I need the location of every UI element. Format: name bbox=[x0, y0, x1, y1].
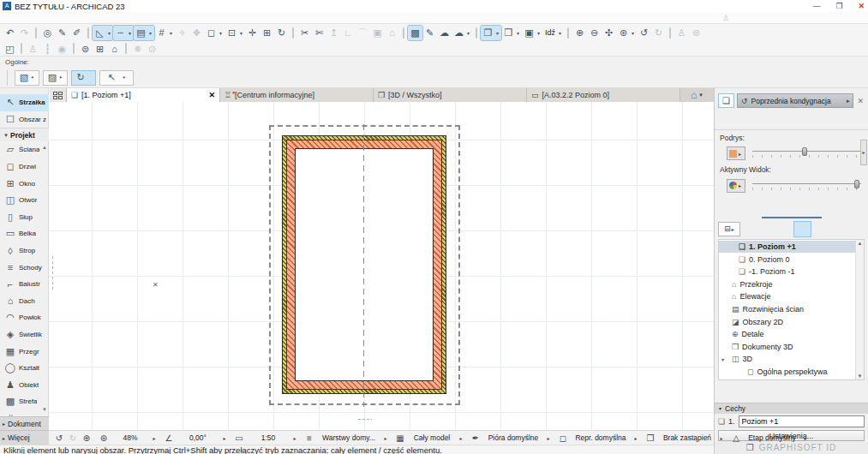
podrys-opacity-slider[interactable] bbox=[752, 147, 861, 159]
snap-points-icon[interactable]: ▤ ▾ bbox=[134, 26, 154, 40]
tree-item-detale[interactable]: ⊕ Detale bbox=[719, 328, 855, 341]
tree-item-dokumenty-3d[interactable]: ❒ Dokumenty 3D bbox=[719, 340, 855, 353]
intersect-icon[interactable]: ∟ bbox=[341, 26, 356, 40]
marquee-previous-button[interactable]: ▨ ‣ bbox=[43, 70, 68, 86]
stretch-icon[interactable]: ▣ bbox=[370, 26, 385, 40]
active-view-color-button[interactable]: ▸ bbox=[727, 179, 745, 193]
story-name-input[interactable] bbox=[739, 415, 865, 427]
virtual-trace-icon[interactable]: ⊜ bbox=[78, 41, 93, 56]
zoom-out-icon[interactable]: ⊖ bbox=[587, 26, 602, 40]
walk-icon[interactable]: ♙ bbox=[674, 26, 689, 40]
walk-mode-icon[interactable]: ♙ bbox=[26, 41, 40, 56]
tool-strop[interactable]: ◊ Strop bbox=[0, 242, 49, 260]
tab-centrum-informacyjne[interactable]: ♖ ● [Centrum informacyjne] bbox=[220, 88, 374, 102]
expander-icon[interactable]: ▾ bbox=[719, 356, 727, 362]
wall-rectangle[interactable] bbox=[282, 135, 446, 394]
representation-value[interactable]: Repr. domyślna ▸ bbox=[570, 432, 640, 445]
renovation-icon[interactable]: △ bbox=[729, 432, 743, 445]
orbit-icon[interactable]: ⊚ bbox=[689, 26, 703, 40]
select-previous-button[interactable]: ▧ ‣ bbox=[15, 70, 39, 86]
zoom-level-value[interactable]: 48% ▸ bbox=[111, 432, 159, 445]
trim-icon[interactable]: ✂ bbox=[297, 26, 312, 40]
reference-dropdown[interactable]: ↺ Poprzednia kondygnacja ▸ bbox=[737, 93, 853, 108]
section-projekt[interactable]: ▾ Projekt bbox=[0, 128, 49, 141]
model-view-icon[interactable]: ▦ bbox=[393, 432, 407, 445]
scale-icon[interactable]: ▭ bbox=[232, 432, 246, 445]
tool-schody[interactable]: ≡ Schody bbox=[0, 259, 49, 276]
active-view-opacity-slider[interactable] bbox=[752, 180, 861, 192]
organizer-window-icon[interactable]: ❒ ▾ bbox=[501, 26, 522, 40]
tab-a0322-poziom-0[interactable]: ▭ [A.03.2.2 Poziom 0] bbox=[527, 88, 680, 102]
tab-poziom-plus-1[interactable]: ❏ [1. Poziom +1] ✕ bbox=[67, 88, 220, 102]
tree-scrollbar[interactable]: ▲ ▼ bbox=[855, 240, 864, 379]
tree-item-elewacje[interactable]: ⌂ Elewacje bbox=[719, 290, 855, 303]
tab-3d-wszystko[interactable]: ❒ [3D / Wszystko] bbox=[374, 88, 527, 102]
tool-strzalka[interactable]: ↖ Strzałka bbox=[0, 94, 49, 111]
marquee-frame-icon[interactable]: ◻ ▾ bbox=[204, 26, 224, 40]
tree-item-story-0[interactable]: ❏ 0. Poziom 0 bbox=[719, 253, 855, 266]
home-view-button[interactable]: ⌂ ▾ bbox=[687, 88, 706, 102]
view-map-icon[interactable] bbox=[812, 222, 829, 236]
tool-slup[interactable]: ▯ Słup bbox=[0, 209, 49, 226]
tree-item-story-minus-1[interactable]: ❏ -1. Poziom -1 bbox=[719, 266, 855, 278]
tool-balustrada[interactable]: ⌐ Balustr bbox=[0, 276, 49, 293]
find-select-icon[interactable]: ◎ bbox=[40, 26, 55, 40]
tree-item-ogolna-aksonometria[interactable]: ◇ Ogólna aksonometria bbox=[719, 378, 855, 380]
pan-icon[interactable]: ✣ bbox=[602, 26, 616, 40]
tree-item-ogolna-perspektywa[interactable]: ◻ Ogólna perspektywa bbox=[719, 366, 855, 379]
slider-thumb[interactable] bbox=[802, 147, 807, 156]
drawing-canvas[interactable]: ✕ bbox=[49, 102, 714, 430]
close-button[interactable]: ✕ bbox=[858, 2, 865, 10]
tool-okno[interactable]: ⊞ Okno bbox=[0, 175, 49, 192]
favorites-icon[interactable]: ✵ bbox=[130, 41, 145, 56]
fit-in-window-icon[interactable]: ⊛ ▾ bbox=[616, 26, 637, 40]
undo-icon[interactable]: ↶ bbox=[3, 26, 17, 40]
pens-value[interactable]: Pióra domyślne ▸ bbox=[482, 432, 553, 445]
panel-expand-button[interactable]: ▸ bbox=[860, 140, 867, 165]
fillet-icon[interactable]: ⌒ bbox=[356, 26, 370, 40]
pane-splitter[interactable] bbox=[762, 217, 822, 218]
layers-icon[interactable]: ≡ bbox=[302, 432, 316, 445]
preview-window-icon[interactable]: ▣ ▾ bbox=[522, 26, 542, 40]
redo-icon[interactable]: ↷ bbox=[17, 26, 32, 40]
overrides-icon[interactable]: ❐ bbox=[644, 432, 657, 445]
previous-view-icon[interactable]: ↺ bbox=[637, 26, 651, 40]
orientation-value[interactable]: 0,00° ▸ bbox=[176, 432, 229, 445]
cloud-home-icon[interactable]: ☁ bbox=[437, 26, 452, 40]
arrow-select-icon[interactable]: ◰ bbox=[3, 41, 17, 56]
scale-value[interactable]: 1:50 ▸ bbox=[246, 432, 299, 445]
camera-home-icon[interactable]: ⌂ bbox=[107, 41, 122, 56]
tool-otwor[interactable]: ◫ Otwór bbox=[0, 192, 49, 209]
cloud-sync-icon[interactable]: ☁ ▾ bbox=[452, 26, 472, 40]
publisher-icon[interactable] bbox=[848, 222, 865, 236]
view-back-icon[interactable]: ↺ bbox=[52, 432, 66, 445]
project-map-icon[interactable] bbox=[794, 222, 811, 236]
renovation-value[interactable]: Etap domyślny ▸ bbox=[743, 432, 810, 445]
tree-item-rozwiniecia[interactable]: ▤ Rozwinięcia ścian bbox=[719, 303, 855, 316]
adjust-icon[interactable]: ↥ bbox=[326, 26, 341, 40]
tab-close-icon[interactable]: ✕ bbox=[208, 91, 215, 99]
toolbox-scroll-down-icon[interactable]: ▼ bbox=[42, 407, 47, 412]
snap-guides-icon[interactable]: ┄ ▾ bbox=[113, 26, 134, 40]
polygon-edit-icon[interactable]: ⌂ bbox=[385, 26, 399, 40]
panel-close-icon[interactable]: ✕ bbox=[856, 97, 865, 105]
arrow-default-button[interactable]: ↖ ‣ bbox=[99, 70, 134, 86]
area-highlight-icon[interactable]: ▩ bbox=[408, 26, 422, 40]
project-chooser-button[interactable]: ⊟ ▸ bbox=[718, 222, 740, 236]
tool-belka[interactable]: ▭ Belka bbox=[0, 225, 49, 242]
tree-item-przekroje[interactable]: ⌂ Przekroje bbox=[719, 278, 855, 290]
editing-plane-icon[interactable]: ❖ bbox=[189, 26, 204, 40]
gravity-icon[interactable]: ✧ bbox=[175, 26, 189, 40]
visibility-icon[interactable]: ⊙ bbox=[145, 41, 159, 56]
scroll-down-icon[interactable]: ▼ bbox=[858, 373, 863, 379]
grid-snap-icon[interactable]: # ▾ bbox=[154, 26, 175, 40]
zoom-increase-icon[interactable]: ⊕ bbox=[80, 432, 93, 445]
toolbox-scroll-up-icon[interactable]: ▲ bbox=[42, 145, 47, 150]
pens-icon[interactable]: ✒ bbox=[469, 432, 482, 445]
split-icon[interactable]: ✄ bbox=[312, 26, 326, 40]
representation-icon[interactable]: ◻ bbox=[556, 432, 570, 445]
section-wiecej[interactable]: ▸ Więcej bbox=[0, 430, 49, 445]
tool-drzwi[interactable]: ◻ Drzwi bbox=[0, 158, 49, 176]
tool-powloka[interactable]: ◠ Powłok bbox=[0, 309, 49, 326]
zoom-in-icon[interactable]: ⊕ bbox=[572, 26, 587, 40]
